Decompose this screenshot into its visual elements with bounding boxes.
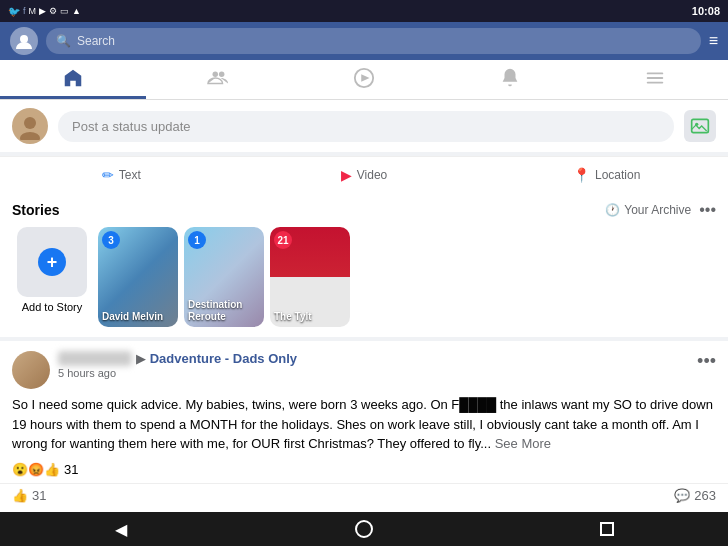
archive-label: Your Archive [624, 203, 691, 217]
bottom-nav: ◀ [0, 512, 728, 546]
gmail-icon: M [29, 6, 37, 16]
reaction-count: 31 [64, 462, 78, 477]
post-arrow: ▶ [136, 351, 146, 366]
search-icon: 🔍 [56, 34, 71, 48]
video-icon: ▶ [341, 167, 352, 183]
tab-menu[interactable] [582, 60, 728, 99]
story-label-3: The Tylt [274, 311, 312, 323]
nav-bar: 🔍 Search ≡ [0, 22, 728, 60]
svg-point-1 [213, 72, 219, 78]
nav-avatar[interactable] [10, 27, 38, 55]
text-label: Text [119, 168, 141, 182]
photo-icon[interactable] [684, 110, 716, 142]
story-david-melvin[interactable]: 3 David Melvin [98, 227, 178, 327]
svg-rect-7 [647, 82, 664, 84]
location-icon: 📍 [573, 167, 590, 183]
svg-point-9 [20, 132, 40, 140]
post-header: ████████ ▶ Dadventure - Dads Only 5 hour… [0, 341, 728, 395]
post-header-left: ████████ ▶ Dadventure - Dads Only 5 hour… [12, 351, 297, 389]
post-username-row: ████████ ▶ Dadventure - Dads Only [58, 351, 297, 366]
search-bar[interactable]: 🔍 Search [46, 28, 701, 54]
search-label: Search [77, 34, 115, 48]
story-badge-3: 21 [274, 231, 292, 249]
stories-more-icon[interactable]: ••• [699, 201, 716, 219]
post-input[interactable]: Post a status update [58, 111, 674, 142]
add-story[interactable]: + Add to Story [12, 227, 92, 327]
facebook-icon: f [23, 6, 26, 16]
see-more-link[interactable]: See More [495, 436, 551, 451]
story-badge-2: 1 [188, 231, 206, 249]
post-group[interactable]: Dadventure - Dads Only [150, 351, 297, 366]
add-story-label: Add to Story [22, 301, 83, 313]
tab-friends[interactable] [146, 60, 292, 99]
post-text-content: So I need some quick advice. My babies, … [12, 397, 713, 451]
tab-home[interactable] [0, 60, 146, 99]
stories-row: + Add to Story 3 David Melvin 1 Destinat… [0, 223, 728, 337]
story-badge-1: 3 [102, 231, 120, 249]
location-label: Location [595, 168, 640, 182]
tab-notifications[interactable] [437, 60, 583, 99]
twitter-icon: 🐦 [8, 6, 20, 17]
monitor-icon: ▭ [60, 6, 69, 16]
stories-header: Stories 🕐 Your Archive ••• [0, 193, 728, 223]
status-icons: 🐦 f M ▶ ⚙ ▭ ▲ [8, 6, 81, 17]
plus-icon: + [38, 248, 66, 276]
story-label-1: David Melvin [102, 311, 163, 323]
home-circle-icon [355, 520, 373, 538]
tab-watch[interactable] [291, 60, 437, 99]
post-user-avatar [12, 351, 50, 389]
post-stats: 👍 31 💬 263 [0, 483, 728, 507]
home-button[interactable] [349, 519, 379, 539]
stories-section: Stories 🕐 Your Archive ••• + Add to Stor… [0, 193, 728, 337]
comment-stat[interactable]: 💬 263 [674, 488, 716, 503]
post-username: ████████ [58, 351, 132, 366]
svg-rect-6 [647, 77, 664, 79]
post-box: Post a status update [0, 100, 728, 152]
text-action[interactable]: ✏ Text [0, 161, 243, 189]
tab-bar [0, 60, 728, 100]
post-text: So I need some quick advice. My babies, … [0, 395, 728, 462]
story-destination-reroute[interactable]: 1 Destination Reroute [184, 227, 264, 327]
menu-icon[interactable]: ≡ [709, 32, 718, 50]
text-icon: ✏ [102, 167, 114, 183]
video-action[interactable]: ▶ Video [243, 161, 486, 189]
video-label: Video [357, 168, 387, 182]
recents-button[interactable] [592, 519, 622, 539]
post-reactions: 😮😡👍 31 [0, 462, 728, 483]
wifi-icon: ▲ [72, 6, 81, 16]
back-button[interactable]: ◀ [106, 519, 136, 539]
stories-archive[interactable]: 🕐 Your Archive [605, 203, 691, 217]
recents-square-icon [600, 522, 614, 536]
comment-icon: 💬 [674, 488, 690, 503]
like-count: 31 [32, 488, 46, 503]
location-action[interactable]: 📍 Location [485, 161, 728, 189]
back-icon: ◀ [115, 520, 127, 539]
post-more-icon[interactable]: ••• [697, 351, 716, 372]
svg-marker-4 [361, 74, 369, 81]
youtube-icon: ▶ [39, 6, 46, 16]
post-time: 5 hours ago [58, 367, 297, 379]
status-bar: 🐦 f M ▶ ⚙ ▭ ▲ 10:08 [0, 0, 728, 22]
like-stat[interactable]: 👍 31 [12, 488, 46, 503]
stories-title: Stories [12, 202, 59, 218]
settings-icon: ⚙ [49, 6, 57, 16]
story-the-tylt[interactable]: 21 The Tylt [270, 227, 350, 327]
svg-point-2 [219, 72, 225, 78]
like-icon: 👍 [12, 488, 28, 503]
reaction-emojis: 😮😡👍 [12, 462, 60, 477]
svg-point-8 [24, 117, 36, 129]
post-user-info: ████████ ▶ Dadventure - Dads Only 5 hour… [58, 351, 297, 379]
add-story-circle: + [17, 227, 87, 297]
svg-point-0 [20, 35, 28, 43]
post-avatar [12, 108, 48, 144]
svg-rect-5 [647, 73, 664, 75]
post-actions: ✏ Text ▶ Video 📍 Location [0, 156, 728, 193]
clock-icon: 🕐 [605, 203, 620, 217]
comment-count: 263 [694, 488, 716, 503]
status-time: 10:08 [692, 5, 720, 17]
story-label-2: Destination Reroute [188, 299, 264, 323]
